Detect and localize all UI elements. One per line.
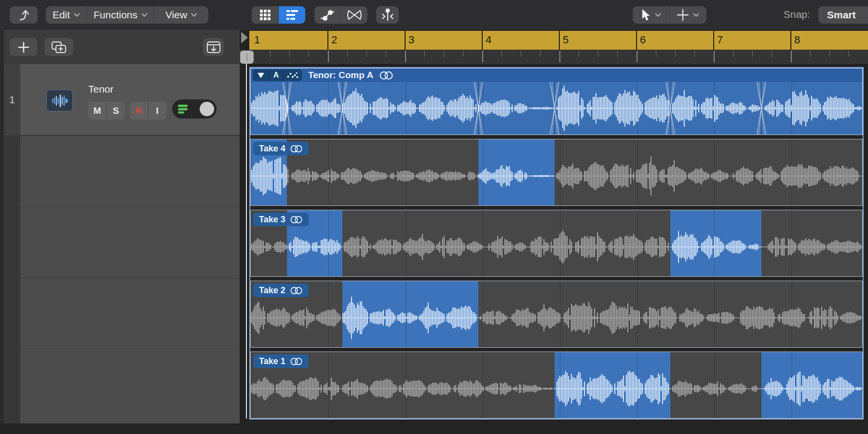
mute-button[interactable]: M [88, 102, 107, 120]
go-up-button[interactable] [10, 6, 38, 24]
track-header-tenor[interactable]: Tenor M S R I [20, 64, 240, 136]
ruler-bar-number: 2 [331, 34, 337, 46]
track-on-off-toggle[interactable] [172, 99, 217, 119]
ruler-tick [598, 51, 598, 57]
take-label[interactable]: Take 2 [253, 284, 309, 297]
disclosure-triangle-icon[interactable] [253, 69, 269, 81]
take-lane-4[interactable]: Take 4 [250, 139, 863, 206]
track-lanes-icon [286, 10, 298, 20]
track-header-toolbar [0, 30, 240, 65]
ruler-tick [752, 51, 753, 57]
ruler-tick [328, 51, 329, 62]
view-menu-button[interactable]: View [154, 6, 208, 24]
take-lane-3[interactable]: Take 3 [250, 210, 863, 277]
ruler-tick-strip[interactable] [240, 50, 868, 65]
automation-icon [320, 8, 335, 22]
ruler-tick [366, 51, 367, 57]
comp-dots-icon[interactable] [283, 69, 302, 81]
take-label[interactable]: Take 4 [253, 142, 309, 155]
chevron-down-icon [693, 13, 699, 17]
comp-group-button[interactable]: A [269, 69, 283, 81]
playhead-line[interactable] [246, 64, 247, 419]
audio-track-icon [46, 90, 73, 111]
ruler-bar-number: 1 [254, 34, 260, 46]
menu-group: Edit Functions View [46, 6, 208, 24]
snap-value-button[interactable]: Smart [818, 6, 868, 24]
ruler-tick [579, 51, 579, 57]
ruler-tick [829, 51, 830, 57]
ruler-tick [694, 51, 695, 57]
chevron-down-icon [191, 13, 197, 17]
ruler-tick [656, 51, 656, 57]
ruler-bar-line [559, 31, 560, 50]
track-number-cell: 1 [4, 64, 20, 135]
take-folder: A Tenor: Comp A Take 4 Take 3 Take 2 [249, 67, 864, 420]
ruler-tick [540, 51, 541, 57]
ruler-tick [772, 51, 772, 57]
track-header-import-button[interactable] [203, 38, 224, 56]
take-name: Take 3 [259, 215, 285, 225]
ruler-tick [559, 51, 560, 62]
add-track-icon [17, 41, 30, 54]
ruler-tick [810, 51, 811, 57]
ruler-tick [289, 51, 290, 57]
ruler-bar-number: 8 [794, 34, 800, 46]
level-meter-icon [178, 104, 190, 114]
track-lanes-view-button[interactable] [278, 6, 305, 24]
playhead-handle[interactable] [240, 51, 254, 64]
ruler-tick [463, 51, 463, 57]
ruler-tick [309, 51, 309, 57]
snap-value-label: Smart [827, 9, 856, 21]
stereo-circles-icon [290, 357, 303, 366]
take-label[interactable]: Take 1 [253, 354, 309, 368]
arrange-bottom-strip [0, 423, 868, 434]
crossfade-icon [347, 9, 362, 21]
comp-header-controls: A [253, 69, 302, 81]
duplicate-track-icon [50, 40, 68, 54]
chevron-down-icon [74, 13, 80, 17]
take-label[interactable]: Take 3 [253, 213, 309, 226]
chevron-down-icon [655, 13, 661, 17]
automation-button[interactable] [314, 6, 341, 24]
take-lane-1[interactable]: Take 1 [250, 352, 863, 419]
take-name: Take 1 [259, 356, 285, 366]
ruler-bar-line [636, 31, 637, 50]
mute-solo-group: M S [88, 102, 125, 120]
track-name[interactable]: Tenor [88, 83, 114, 95]
add-track-button[interactable] [10, 38, 37, 56]
ruler-tick [482, 51, 483, 62]
ruler-bar-line [790, 31, 791, 50]
flex-icon [380, 8, 395, 22]
flex-button[interactable] [376, 6, 399, 24]
view-menu-label: View [165, 9, 187, 21]
stereo-circles-icon [290, 286, 303, 295]
record-enable-button[interactable]: R [130, 102, 148, 120]
stereo-circles-icon [379, 71, 393, 80]
input-monitor-button[interactable]: I [148, 102, 167, 120]
ruler-tick [424, 51, 425, 57]
grid-view-icon [259, 9, 271, 21]
functions-menu-button[interactable]: Functions [87, 6, 154, 24]
ruler-tick [347, 51, 348, 57]
bar-ruler[interactable]: 12345678 [249, 31, 868, 50]
ruler-bar-number: 4 [486, 34, 491, 46]
stereo-circles-icon [290, 216, 303, 224]
take-lane-2[interactable]: Take 2 [250, 281, 863, 348]
grid-view-button[interactable] [252, 6, 278, 24]
ruler-bar-number: 3 [408, 34, 414, 46]
left-click-tool-button[interactable] [633, 6, 669, 24]
duplicate-track-button[interactable] [44, 38, 73, 56]
record-input-group: R I [130, 102, 166, 120]
ruler-bar-line [405, 31, 406, 50]
toggle-knob[interactable] [200, 102, 214, 116]
view-mode-group [252, 6, 305, 24]
logic-pro-tracks-area: { "toolbar": { "menus": [ {"label":"Edit… [0, 0, 868, 434]
ruler-tick [733, 51, 733, 57]
comp-region-tenor-comp-a[interactable]: A Tenor: Comp A [250, 68, 863, 135]
edit-menu-button[interactable]: Edit [46, 6, 87, 24]
solo-button[interactable]: S [107, 102, 125, 120]
take-name: Take 2 [259, 285, 285, 296]
command-click-tool-button[interactable] [669, 6, 707, 24]
crossfade-button[interactable] [341, 6, 368, 24]
ruler-tick [714, 51, 715, 62]
